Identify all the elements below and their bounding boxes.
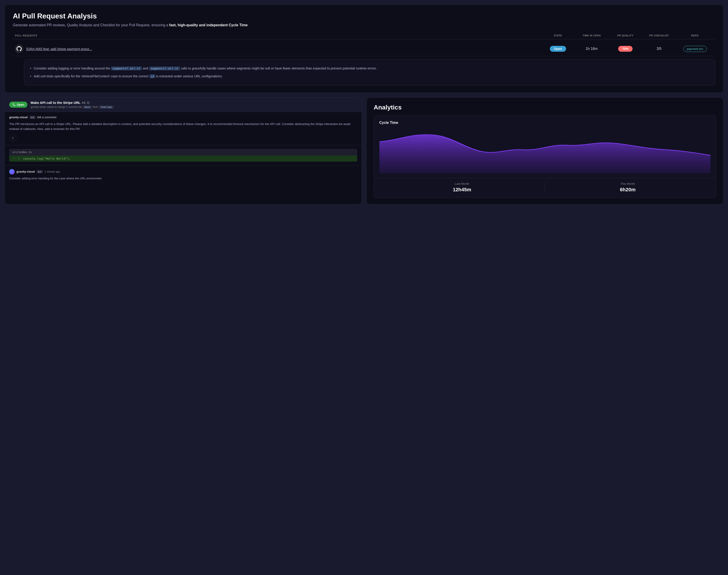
line-code: + console.log("Hello World"); — [18, 157, 71, 160]
line-added-marker: + — [18, 157, 20, 160]
commenter-name: gravity-cloud — [9, 115, 28, 119]
bot-badge: bot — [29, 116, 35, 119]
commenter-action: left a comment — [37, 115, 57, 119]
col-pull-requests: PULL REQUESTS — [15, 34, 542, 37]
subtitle-from: from — [92, 105, 99, 109]
page-title: AI Pull Request Analysis — [13, 12, 715, 20]
second-commenter-time: 1 minute ago — [44, 170, 60, 173]
line-code-content: console.log("Hello World"); — [21, 157, 71, 160]
subtitle-normal: Generate automated PR reviews, Quality A… — [13, 23, 169, 27]
state-badge[interactable]: Open — [550, 46, 566, 52]
col-state: STATE — [542, 34, 574, 37]
second-comment: gravity-cloud bot 1 minute ago Consider … — [5, 165, 362, 184]
github-icon — [15, 45, 23, 53]
pr-title-block: Make API call to the Stripe URL #2 ⧉ gra… — [31, 101, 114, 109]
review-item-1: Consider adding logging or error handlin… — [30, 65, 709, 72]
pr-detail-subtitle: gravity-tester wants to merge 1 commit i… — [31, 105, 114, 109]
code-highlight-1: segments?.at(-2) — [111, 67, 142, 70]
analytics-card: Analytics Cycle Time — [366, 97, 724, 204]
git-pull-request-icon — [12, 103, 15, 106]
chart-divider — [374, 178, 716, 178]
review-2-after: is extracted under various URL configura… — [155, 74, 223, 78]
repo-cell: payment-svc — [677, 46, 713, 52]
page-subtitle: Generate automated PR reviews, Quality A… — [13, 23, 715, 28]
branch-main[interactable]: main — [83, 105, 92, 109]
second-bot-badge: bot — [37, 170, 43, 173]
pr-quality-cell: 70% — [610, 46, 641, 52]
review-1-between: and — [142, 67, 149, 70]
time-in-open-cell: 1h 16m — [574, 47, 610, 51]
last-month-label: Last Month — [379, 182, 545, 185]
copy-icon[interactable]: ⧉ — [87, 101, 89, 105]
table-header: PULL REQUESTS STATE TIME IN OPEN PR QUAL… — [13, 34, 715, 39]
code-content: 1 + console.log("Hello World"); — [9, 156, 357, 162]
review-item-2: Add unit tests specifically for the 'ret… — [30, 72, 709, 80]
bottom-row: Open Make API call to the Stripe URL #2 … — [4, 97, 724, 204]
commenter-line: gravity-cloud bot left a comment — [9, 115, 357, 119]
second-commenter-name: gravity-cloud — [16, 170, 35, 173]
comment-text: The PR introduces an API call to a Strip… — [9, 122, 357, 131]
open-badge-label: Open — [17, 103, 24, 106]
repo-badge[interactable]: payment-svc — [683, 46, 707, 52]
review-box: Consider adding logging or error handlin… — [24, 59, 715, 86]
code-highlight-2: segments?.at(-1) — [149, 67, 180, 70]
emoji-reaction-button[interactable]: ☺ — [9, 134, 16, 141]
last-month-value: 12h45m — [379, 187, 545, 193]
pr-detail-title: Make API call to the Stripe URL — [31, 101, 80, 104]
subtitle-normal: gravity-tester wants to merge 1 commit i… — [31, 105, 83, 109]
col-repo: REPO — [677, 34, 713, 37]
chart-title: Cycle Time — [379, 121, 711, 125]
second-commenter-line: gravity-cloud bot 1 minute ago — [9, 169, 357, 174]
chart-stats: Last Month 12h45m This Month 6h20m — [379, 182, 711, 193]
second-comment-text: Consider adding error handling for the c… — [9, 176, 357, 181]
review-1-before: Consider adding logging or error handlin… — [34, 67, 111, 70]
review-2-before: Add unit tests specifically for the 'ret… — [34, 74, 149, 78]
last-month-stat: Last Month 12h45m — [379, 182, 545, 193]
commenter-avatar — [9, 169, 14, 174]
pr-checklist-cell: 3/5 — [641, 47, 677, 51]
time-in-open-value: 1h 16m — [586, 47, 597, 50]
col-pr-checklist: PR CHECKLIST — [641, 34, 677, 37]
this-month-label: This Month — [545, 182, 711, 185]
code-line-added: 1 + console.log("Hello World"); — [9, 156, 357, 162]
col-time-in-open: TIME IN OPEN — [574, 34, 610, 37]
state-cell: Open — [542, 46, 574, 52]
pr-number: #2 — [82, 101, 85, 104]
main-card: AI Pull Request Analysis Generate automa… — [4, 4, 724, 93]
code-block-section: src/index.js 1 + console.log("Hello Worl… — [5, 145, 362, 165]
svg-point-2 — [14, 105, 15, 106]
table-row: [GRA-500] feat: add Stripe payment proce… — [13, 42, 715, 56]
col-pr-quality: PR QUALITY — [610, 34, 641, 37]
review-1-after: calls to gracefully handle cases where s… — [180, 67, 377, 70]
pr-checklist-value: 3/5 — [657, 47, 661, 50]
branch-feat[interactable]: feat/api — [99, 105, 114, 109]
analytics-title: Analytics — [374, 104, 716, 111]
this-month-stat: This Month 6h20m — [545, 182, 711, 193]
pr-title-link[interactable]: [GRA-500] feat: add Stripe payment proce… — [26, 47, 92, 51]
code-highlight-id: id — [149, 74, 155, 78]
code-file-header: src/index.js — [9, 149, 357, 156]
line-number: 1 — [9, 157, 18, 160]
pr-name-cell: [GRA-500] feat: add Stripe payment proce… — [15, 45, 542, 53]
pr-detail-card: Open Make API call to the Stripe URL #2 … — [4, 97, 362, 204]
chart-card: Cycle Time La — [374, 115, 716, 198]
pr-quality-badge[interactable]: 70% — [618, 46, 632, 52]
cycle-time-chart — [379, 128, 711, 173]
pr-detail-header: Open Make API call to the Stripe URL #2 … — [5, 98, 362, 112]
open-state-badge: Open — [9, 102, 27, 108]
comment-section: gravity-cloud bot left a comment The PR … — [5, 112, 362, 145]
subtitle-bold: fast, high-quality and independent Cycle… — [169, 23, 248, 27]
this-month-value: 6h20m — [545, 187, 711, 193]
